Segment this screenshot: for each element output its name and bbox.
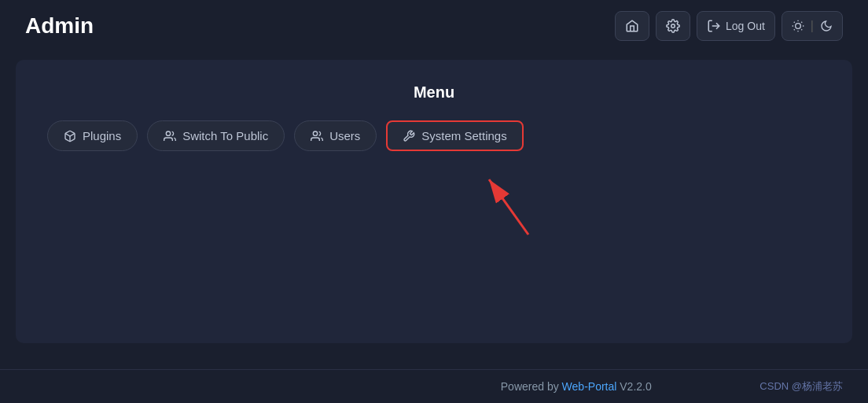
users-label: Users	[329, 129, 360, 142]
header-actions: Log Out |	[615, 11, 843, 41]
home-button[interactable]	[615, 11, 649, 41]
switch-to-public-label: Switch To Public	[182, 129, 268, 142]
version-text: V2.2.0	[616, 380, 651, 393]
theme-toggle-button[interactable]: |	[782, 11, 843, 41]
svg-line-9	[794, 29, 795, 30]
menu-title: Menu	[47, 83, 821, 102]
menu-items-container: Plugins Switch To Public Users	[47, 120, 821, 151]
header: Admin Log Out	[0, 0, 868, 52]
svg-point-13	[313, 131, 317, 135]
footer-center: Powered by Web-Portal V2.2.0	[392, 380, 760, 393]
annotation-arrow	[465, 164, 560, 242]
menu-item-system-settings[interactable]: System Settings	[386, 120, 523, 151]
svg-line-6	[801, 29, 802, 30]
gear-button[interactable]	[656, 11, 690, 41]
menu-item-switch-to-public[interactable]: Switch To Public	[147, 120, 285, 151]
moon-icon	[820, 20, 833, 32]
menu-item-plugins[interactable]: Plugins	[47, 120, 138, 151]
powered-by-text: Powered by	[501, 380, 562, 393]
users-switch-icon	[164, 130, 176, 142]
svg-point-12	[167, 131, 171, 135]
annotation-arrow-container	[204, 164, 821, 242]
svg-line-15	[489, 179, 528, 235]
sun-icon	[792, 20, 804, 32]
main-content: Menu Plugins Switch To Public	[16, 60, 852, 343]
plugins-label: Plugins	[83, 129, 121, 142]
logout-icon	[707, 19, 721, 33]
theme-divider: |	[811, 19, 814, 33]
svg-point-2	[796, 24, 801, 29]
watermark: CSDN @杨浦老苏	[760, 379, 843, 394]
svg-line-10	[801, 22, 802, 23]
web-portal-link[interactable]: Web-Portal	[562, 380, 617, 393]
footer: Powered by Web-Portal V2.2.0 CSDN @杨浦老苏	[0, 369, 868, 403]
svg-point-0	[671, 24, 675, 28]
logout-label: Log Out	[726, 20, 765, 32]
svg-line-5	[794, 22, 795, 23]
home-icon	[625, 19, 639, 33]
settings-icon	[666, 19, 680, 33]
users-icon	[311, 130, 323, 142]
system-settings-label: System Settings	[421, 129, 506, 142]
wrench-icon	[403, 130, 415, 142]
menu-item-users[interactable]: Users	[294, 120, 377, 151]
cube-icon	[64, 130, 76, 142]
logout-button[interactable]: Log Out	[697, 11, 775, 41]
page-title: Admin	[25, 13, 94, 39]
